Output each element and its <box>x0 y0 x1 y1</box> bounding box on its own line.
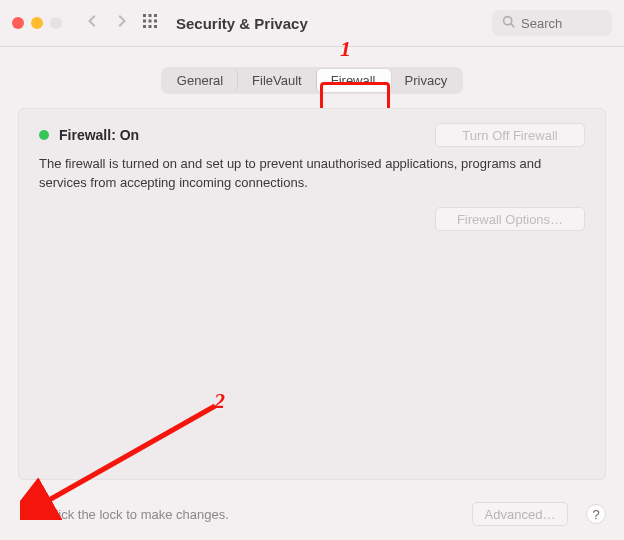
status-dot-icon <box>39 130 49 140</box>
lock-icon[interactable] <box>18 503 36 525</box>
svg-point-9 <box>504 17 512 25</box>
svg-rect-11 <box>22 511 33 519</box>
search-input[interactable] <box>521 16 602 31</box>
svg-rect-6 <box>143 25 146 28</box>
window-title: Security & Privacy <box>176 15 308 32</box>
help-button[interactable]: ? <box>586 504 606 524</box>
titlebar: Security & Privacy <box>0 0 624 46</box>
svg-rect-7 <box>149 25 152 28</box>
back-button[interactable] <box>86 14 100 32</box>
firewall-description: The firewall is turned on and set up to … <box>39 155 585 193</box>
window-controls <box>12 17 62 29</box>
svg-line-10 <box>511 24 514 27</box>
search-icon <box>502 15 515 31</box>
tab-privacy[interactable]: Privacy <box>391 69 462 92</box>
minimize-window-button[interactable] <box>31 17 43 29</box>
svg-rect-4 <box>149 20 152 23</box>
tab-filevault[interactable]: FileVault <box>238 69 317 92</box>
firewall-status: Firewall: On <box>59 127 139 143</box>
tab-general[interactable]: General <box>163 69 238 92</box>
svg-rect-3 <box>143 20 146 23</box>
svg-rect-8 <box>154 25 157 28</box>
forward-button[interactable] <box>114 14 128 32</box>
firewall-options-button[interactable]: Firewall Options… <box>435 207 585 231</box>
tab-bar: General FileVault Firewall Privacy <box>18 67 606 94</box>
search-field[interactable] <box>492 10 612 36</box>
zoom-window-button[interactable] <box>50 17 62 29</box>
advanced-button[interactable]: Advanced… <box>472 502 568 526</box>
svg-rect-2 <box>154 14 157 17</box>
svg-rect-5 <box>154 20 157 23</box>
divider <box>0 46 624 47</box>
show-all-icon[interactable] <box>142 13 158 33</box>
svg-rect-0 <box>143 14 146 17</box>
lock-hint-text: Click the lock to make changes. <box>46 507 229 522</box>
svg-rect-1 <box>149 14 152 17</box>
turn-off-firewall-button[interactable]: Turn Off Firewall <box>435 123 585 147</box>
footer: Click the lock to make changes. Advanced… <box>18 502 606 526</box>
nav-arrows <box>86 14 128 32</box>
firewall-panel: Firewall: On Turn Off Firewall The firew… <box>18 108 606 480</box>
close-window-button[interactable] <box>12 17 24 29</box>
tab-firewall[interactable]: Firewall <box>317 69 391 92</box>
